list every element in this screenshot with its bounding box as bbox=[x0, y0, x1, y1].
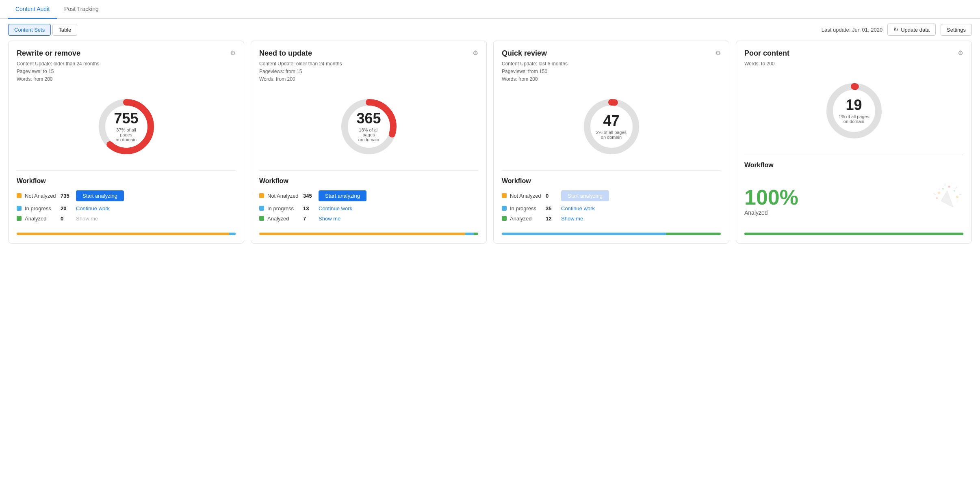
meta-line-3-2: Pageviews: from 150 bbox=[502, 68, 721, 76]
meta-line-3-3: Words: from 200 bbox=[502, 76, 721, 83]
card-rewrite-or-remove: Rewrite or remove ⚙ Content Update: olde… bbox=[8, 41, 244, 244]
donut-number-3: 47 bbox=[596, 114, 627, 128]
refresh-icon: ↻ bbox=[893, 26, 898, 33]
meta-line-2-3: Words: from 200 bbox=[259, 76, 478, 83]
meta-line-1: Content Update: older than 24 months bbox=[17, 60, 236, 68]
svg-point-14 bbox=[936, 197, 938, 199]
top-tabs-container: Content Audit Post Tracking bbox=[0, 0, 980, 19]
progress-bar-3 bbox=[502, 228, 721, 235]
tab-post-tracking[interactable]: Post Tracking bbox=[57, 0, 106, 19]
progress-track-2 bbox=[259, 233, 478, 235]
progress-green-3 bbox=[666, 233, 721, 235]
dot-in-progress-3 bbox=[502, 206, 507, 211]
count-in-progress-2: 13 bbox=[303, 205, 315, 211]
svg-point-10 bbox=[942, 188, 944, 190]
workflow-row-not-analyzed-2: Not Analyzed 345 Start analyzing bbox=[259, 190, 478, 201]
start-analyzing-button-2[interactable]: Start analyzing bbox=[319, 190, 366, 201]
card-quick-review: Quick review ⚙ Content Update: last 6 mo… bbox=[493, 41, 729, 244]
gear-icon-4[interactable]: ⚙ bbox=[958, 49, 963, 57]
donut-center-1: 755 37% of all pageson domain bbox=[110, 111, 143, 142]
celebration-area: 100% Analyzed bbox=[744, 175, 963, 228]
svg-line-16 bbox=[955, 187, 957, 189]
start-analyzing-button-3: Start analyzing bbox=[561, 190, 609, 201]
update-data-button[interactable]: ↻ Update data bbox=[887, 24, 936, 36]
continue-work-link-1[interactable]: Continue work bbox=[76, 205, 110, 211]
dot-analyzed-3 bbox=[502, 216, 507, 221]
gear-icon-1[interactable]: ⚙ bbox=[230, 49, 236, 57]
svg-point-11 bbox=[948, 186, 950, 188]
progress-blue-3 bbox=[502, 233, 666, 235]
dot-analyzed-2 bbox=[259, 216, 264, 221]
donut-chart-4: 19 1% of all pageson domain bbox=[822, 78, 887, 143]
donut-container-1: 755 37% of all pageson domain bbox=[17, 94, 236, 159]
card-title-1: Rewrite or remove bbox=[17, 49, 80, 58]
donut-chart-1: 755 37% of all pageson domain bbox=[94, 94, 159, 159]
donut-center-2: 365 18% of all pageson domain bbox=[353, 111, 385, 142]
count-not-analyzed-1: 735 bbox=[61, 193, 73, 199]
donut-container-4: 19 1% of all pageson domain bbox=[744, 78, 963, 143]
status-label-not-analyzed-2: Not Analyzed bbox=[267, 193, 300, 199]
meta-line-2: Pageviews: to 15 bbox=[17, 68, 236, 76]
progress-orange-1 bbox=[17, 233, 229, 235]
dot-in-progress-2 bbox=[259, 206, 264, 211]
donut-container-2: 365 18% of all pageson domain bbox=[259, 94, 478, 159]
count-analyzed-1: 0 bbox=[61, 216, 73, 222]
toolbar: Content Sets Table Last update: Jun 01, … bbox=[0, 19, 980, 41]
svg-line-17 bbox=[959, 194, 962, 195]
table-button[interactable]: Table bbox=[52, 24, 77, 36]
workflow-row-analyzed-3: Analyzed 12 Show me bbox=[502, 216, 721, 222]
content-sets-button[interactable]: Content Sets bbox=[8, 24, 51, 36]
card-title-4: Poor content bbox=[744, 49, 789, 58]
card-title-3: Quick review bbox=[502, 49, 547, 58]
progress-bar-1 bbox=[17, 228, 236, 235]
svg-point-9 bbox=[938, 192, 940, 194]
count-analyzed-2: 7 bbox=[303, 216, 315, 222]
gear-icon-3[interactable]: ⚙ bbox=[715, 49, 721, 57]
workflow-row-not-analyzed-1: Not Analyzed 735 Start analyzing bbox=[17, 190, 236, 201]
complete-info: 100% Analyzed bbox=[744, 187, 798, 216]
toolbar-right: Last update: Jun 01, 2020 ↻ Update data … bbox=[822, 24, 972, 36]
card-header-4: Poor content ⚙ bbox=[744, 49, 963, 58]
meta-line-3-1: Content Update: last 6 months bbox=[502, 60, 721, 68]
start-analyzing-button-1[interactable]: Start analyzing bbox=[76, 190, 124, 201]
workflow-row-in-progress-2: In progress 13 Continue work bbox=[259, 205, 478, 211]
confetti-icon: + + + bbox=[931, 183, 963, 220]
show-me-link-3[interactable]: Show me bbox=[561, 216, 583, 222]
status-label-analyzed-2: Analyzed bbox=[267, 216, 300, 222]
status-label-analyzed-3: Analyzed bbox=[510, 216, 542, 222]
card-meta-3: Content Update: last 6 months Pageviews:… bbox=[502, 60, 721, 84]
svg-line-18 bbox=[933, 193, 936, 195]
workflow-title-4: Workflow bbox=[744, 162, 963, 169]
donut-number-1: 755 bbox=[110, 111, 143, 126]
dot-not-analyzed-3 bbox=[502, 193, 507, 198]
dot-in-progress-1 bbox=[17, 206, 22, 211]
workflow-title-3: Workflow bbox=[502, 177, 721, 185]
continue-work-link-3[interactable]: Continue work bbox=[561, 205, 595, 211]
count-in-progress-1: 20 bbox=[61, 205, 73, 211]
donut-center-4: 19 1% of all pageson domain bbox=[839, 98, 869, 124]
progress-blue-1 bbox=[229, 233, 236, 235]
donut-center-3: 47 2% of all pageson domain bbox=[596, 114, 627, 140]
show-me-link-2[interactable]: Show me bbox=[319, 216, 340, 222]
gear-icon-2[interactable]: ⚙ bbox=[473, 49, 478, 57]
workflow-row-not-analyzed-3: Not Analyzed 0 Start analyzing bbox=[502, 190, 721, 201]
donut-label-3: 2% of all pageson domain bbox=[596, 130, 627, 140]
donut-number-2: 365 bbox=[353, 111, 385, 126]
dot-analyzed-1 bbox=[17, 216, 22, 221]
count-analyzed-3: 12 bbox=[546, 216, 558, 222]
progress-track-4 bbox=[744, 233, 963, 235]
progress-track-3 bbox=[502, 233, 721, 235]
status-label-in-progress-2: In progress bbox=[267, 205, 300, 211]
last-update-text: Last update: Jun 01, 2020 bbox=[822, 27, 882, 33]
card-divider-1 bbox=[17, 170, 236, 171]
progress-green-2 bbox=[474, 233, 478, 235]
svg-text:+: + bbox=[938, 187, 941, 192]
settings-button[interactable]: Settings bbox=[941, 24, 972, 36]
card-title-2: Need to update bbox=[259, 49, 312, 58]
toolbar-left: Content Sets Table bbox=[8, 24, 77, 36]
svg-text:+: + bbox=[951, 183, 953, 186]
status-label-in-progress-3: In progress bbox=[510, 205, 542, 211]
continue-work-link-2[interactable]: Continue work bbox=[319, 205, 352, 211]
tab-content-audit[interactable]: Content Audit bbox=[8, 0, 57, 19]
analyzed-label: Analyzed bbox=[744, 209, 798, 216]
